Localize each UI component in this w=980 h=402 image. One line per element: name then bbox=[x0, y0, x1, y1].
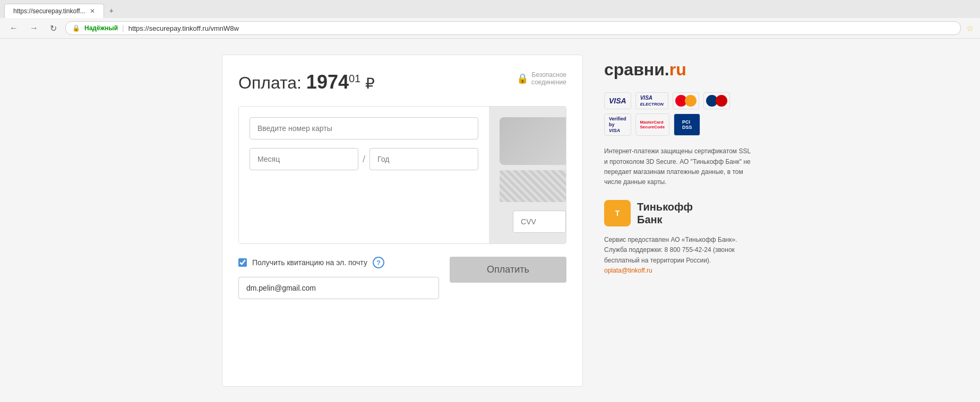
security-text: Интернет-платежи защищены сертификатом S… bbox=[604, 146, 753, 187]
payment-title: Оплата: 197401 ₽ bbox=[238, 71, 375, 93]
month-input[interactable] bbox=[250, 148, 358, 170]
secure-text: Безопасноесоединение bbox=[531, 71, 566, 86]
card-form-left: / bbox=[239, 107, 489, 243]
receipt-checkbox-row: Получить квитанцию на эл. почту ? bbox=[238, 257, 439, 268]
new-tab-button[interactable]: + bbox=[104, 3, 119, 18]
year-input[interactable] bbox=[369, 148, 478, 170]
payment-header: Оплата: 197401 ₽ 🔒 Безопасноесоединение bbox=[238, 71, 566, 93]
receipt-checkbox[interactable] bbox=[238, 258, 247, 267]
sidebar: сравни.ru VISA VISAELECTRON VerifiedbyVI… bbox=[599, 55, 758, 387]
card-form-split: / ? bbox=[239, 107, 566, 243]
active-tab[interactable]: https://securepay.tinkoff... ✕ bbox=[4, 4, 104, 18]
email-input[interactable] bbox=[238, 277, 439, 299]
date-separator: / bbox=[363, 154, 365, 165]
cvv-input[interactable] bbox=[513, 211, 566, 233]
visa-electron-badge: VISAELECTRON bbox=[635, 92, 668, 109]
browser-chrome: https://securepay.tinkoff... ✕ + ← → ↻ 🔒… bbox=[0, 0, 980, 39]
verified-visa-icon: VerifiedbyVISA bbox=[609, 116, 626, 133]
card-number-input[interactable] bbox=[250, 117, 478, 139]
receipt-help-icon[interactable]: ? bbox=[373, 257, 384, 268]
maestro-circle-right bbox=[716, 95, 727, 107]
card-visual-area: ? bbox=[489, 107, 566, 243]
amount-decimal: 01 bbox=[349, 73, 360, 84]
pci-icon: PCIDSS bbox=[682, 119, 692, 130]
tinkoff-name: Тинькофф bbox=[637, 200, 693, 213]
tinkoff-info: Сервис предоставлен АО «Тинькофф Банк». … bbox=[604, 235, 753, 276]
card-form-container: / ? bbox=[238, 106, 566, 244]
left-bottom: Получить квитанцию на эл. почту ? bbox=[238, 257, 439, 299]
bottom-section: Получить квитанцию на эл. почту ? Оплати… bbox=[238, 257, 566, 299]
tinkoff-email-link[interactable]: oplata@tinkoff.ru bbox=[604, 267, 652, 274]
forward-button[interactable]: → bbox=[27, 22, 41, 34]
payment-logos: VISA VISAELECTRON VerifiedbyVISA MasterC… bbox=[604, 92, 753, 136]
brand-accent: ru bbox=[669, 60, 686, 79]
card-visual-bottom bbox=[500, 170, 566, 202]
tab-bar: https://securepay.tinkoff... ✕ + bbox=[0, 0, 980, 18]
tab-close-icon[interactable]: ✕ bbox=[90, 7, 95, 15]
secure-lock-icon: 🔒 bbox=[517, 73, 528, 84]
visa-badge: VISA bbox=[604, 92, 631, 109]
svg-text:Т: Т bbox=[615, 209, 620, 217]
mastercard-circle-right bbox=[685, 95, 697, 107]
address-bar[interactable]: 🔒 Надёжный | https://securepay.tinkoff.r… bbox=[65, 21, 961, 35]
cvv-row: ? bbox=[513, 211, 566, 233]
url-display: https://securepay.tinkoff.ru/vmnW8w bbox=[128, 24, 239, 32]
tinkoff-name-block: Тинькофф Банк bbox=[637, 200, 693, 226]
back-button[interactable]: ← bbox=[6, 22, 21, 34]
payment-section: Оплата: 197401 ₽ 🔒 Безопасноесоединение … bbox=[222, 55, 583, 387]
visa-electron-icon: VISAELECTRON bbox=[640, 95, 664, 107]
currency: ₽ bbox=[365, 75, 375, 92]
brand-main: сравни. bbox=[604, 60, 669, 79]
mastercard-badge bbox=[673, 92, 699, 109]
tinkoff-section: Т Тинькофф Банк bbox=[604, 200, 753, 226]
right-bottom: Оплатить bbox=[450, 257, 566, 283]
amount-integer: 1974 bbox=[306, 71, 349, 93]
bookmark-button[interactable]: ☆ bbox=[966, 23, 974, 33]
tinkoff-bank: Банк bbox=[637, 213, 693, 226]
mastercard-secure-badge: MasterCardSecureCode bbox=[635, 113, 670, 136]
lock-icon: 🔒 bbox=[72, 24, 80, 32]
secure-label: Надёжный bbox=[84, 24, 118, 32]
visa-classic-icon: VISA bbox=[609, 97, 626, 105]
tinkoff-logo: Т bbox=[604, 200, 631, 226]
page-content: Оплата: 197401 ₽ 🔒 Безопасноесоединение … bbox=[0, 39, 980, 402]
tab-title: https://securepay.tinkoff... bbox=[13, 7, 85, 15]
receipt-label: Получить квитанцию на эл. почту bbox=[252, 258, 367, 267]
mastercard-secure-icon: MasterCardSecureCode bbox=[640, 120, 665, 130]
address-bar-row: ← → ↻ 🔒 Надёжный | https://securepay.tin… bbox=[0, 18, 980, 38]
title-prefix: Оплата: bbox=[238, 73, 302, 92]
verified-visa-badge: VerifiedbyVISA bbox=[604, 113, 631, 136]
pci-badge: PCIDSS bbox=[674, 113, 700, 136]
date-row: / bbox=[250, 148, 478, 170]
card-visual-top bbox=[500, 117, 566, 165]
reload-button[interactable]: ↻ bbox=[47, 22, 60, 34]
secure-connection-label: 🔒 Безопасноесоединение bbox=[517, 71, 566, 86]
maestro-badge bbox=[703, 92, 730, 109]
pay-button[interactable]: Оплатить bbox=[450, 257, 566, 283]
brand-logo: сравни.ru bbox=[604, 60, 753, 80]
